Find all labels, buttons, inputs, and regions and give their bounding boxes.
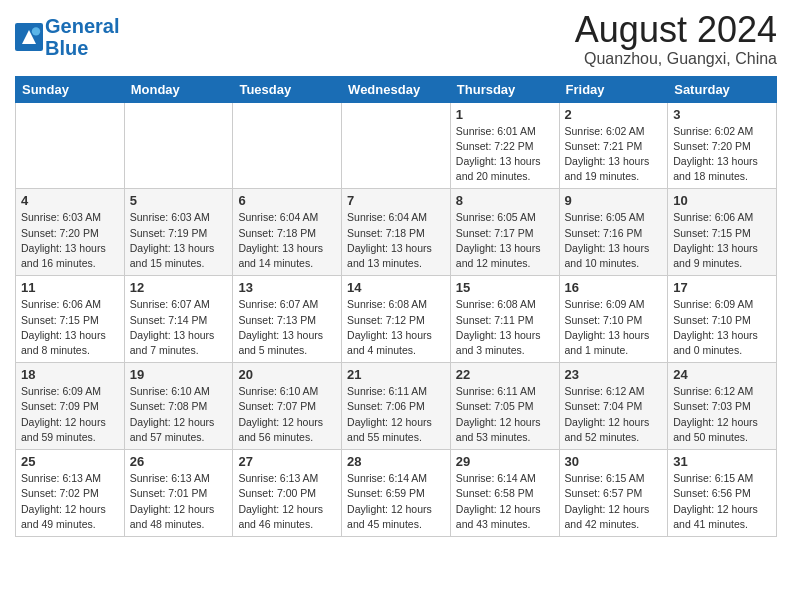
calendar-week-4: 18Sunrise: 6:09 AM Sunset: 7:09 PM Dayli… xyxy=(16,363,777,450)
calendar-cell: 27Sunrise: 6:13 AM Sunset: 7:00 PM Dayli… xyxy=(233,450,342,537)
calendar-cell xyxy=(16,102,125,189)
calendar-cell: 9Sunrise: 6:05 AM Sunset: 7:16 PM Daylig… xyxy=(559,189,668,276)
day-info: Sunrise: 6:08 AM Sunset: 7:11 PM Dayligh… xyxy=(456,297,554,358)
day-number: 28 xyxy=(347,454,445,469)
calendar-cell: 24Sunrise: 6:12 AM Sunset: 7:03 PM Dayli… xyxy=(668,363,777,450)
day-number: 2 xyxy=(565,107,663,122)
day-number: 26 xyxy=(130,454,228,469)
calendar-cell: 12Sunrise: 6:07 AM Sunset: 7:14 PM Dayli… xyxy=(124,276,233,363)
weekday-header-saturday: Saturday xyxy=(668,76,777,102)
day-info: Sunrise: 6:13 AM Sunset: 7:00 PM Dayligh… xyxy=(238,471,336,532)
day-info: Sunrise: 6:08 AM Sunset: 7:12 PM Dayligh… xyxy=(347,297,445,358)
day-number: 5 xyxy=(130,193,228,208)
calendar-cell: 19Sunrise: 6:10 AM Sunset: 7:08 PM Dayli… xyxy=(124,363,233,450)
weekday-header-tuesday: Tuesday xyxy=(233,76,342,102)
calendar-table: SundayMondayTuesdayWednesdayThursdayFrid… xyxy=(15,76,777,537)
day-info: Sunrise: 6:02 AM Sunset: 7:21 PM Dayligh… xyxy=(565,124,663,185)
location-subtitle: Quanzhou, Guangxi, China xyxy=(575,50,777,68)
day-number: 16 xyxy=(565,280,663,295)
weekday-header-wednesday: Wednesday xyxy=(342,76,451,102)
calendar-week-1: 1Sunrise: 6:01 AM Sunset: 7:22 PM Daylig… xyxy=(16,102,777,189)
day-number: 9 xyxy=(565,193,663,208)
calendar-cell: 3Sunrise: 6:02 AM Sunset: 7:20 PM Daylig… xyxy=(668,102,777,189)
day-number: 15 xyxy=(456,280,554,295)
day-info: Sunrise: 6:12 AM Sunset: 7:04 PM Dayligh… xyxy=(565,384,663,445)
day-info: Sunrise: 6:13 AM Sunset: 7:01 PM Dayligh… xyxy=(130,471,228,532)
calendar-cell: 18Sunrise: 6:09 AM Sunset: 7:09 PM Dayli… xyxy=(16,363,125,450)
calendar-cell: 21Sunrise: 6:11 AM Sunset: 7:06 PM Dayli… xyxy=(342,363,451,450)
day-info: Sunrise: 6:10 AM Sunset: 7:07 PM Dayligh… xyxy=(238,384,336,445)
page-header: General Blue August 2024 Quanzhou, Guang… xyxy=(15,10,777,68)
title-area: August 2024 Quanzhou, Guangxi, China xyxy=(575,10,777,68)
weekday-header-thursday: Thursday xyxy=(450,76,559,102)
calendar-week-5: 25Sunrise: 6:13 AM Sunset: 7:02 PM Dayli… xyxy=(16,450,777,537)
day-number: 14 xyxy=(347,280,445,295)
calendar-cell xyxy=(124,102,233,189)
svg-point-2 xyxy=(32,27,40,35)
calendar-cell: 23Sunrise: 6:12 AM Sunset: 7:04 PM Dayli… xyxy=(559,363,668,450)
logo-line2: Blue xyxy=(45,37,88,59)
day-info: Sunrise: 6:14 AM Sunset: 6:58 PM Dayligh… xyxy=(456,471,554,532)
day-number: 1 xyxy=(456,107,554,122)
day-number: 4 xyxy=(21,193,119,208)
day-number: 7 xyxy=(347,193,445,208)
day-number: 13 xyxy=(238,280,336,295)
day-info: Sunrise: 6:11 AM Sunset: 7:05 PM Dayligh… xyxy=(456,384,554,445)
weekday-header-friday: Friday xyxy=(559,76,668,102)
calendar-cell: 29Sunrise: 6:14 AM Sunset: 6:58 PM Dayli… xyxy=(450,450,559,537)
day-number: 19 xyxy=(130,367,228,382)
calendar-cell: 6Sunrise: 6:04 AM Sunset: 7:18 PM Daylig… xyxy=(233,189,342,276)
day-info: Sunrise: 6:03 AM Sunset: 7:20 PM Dayligh… xyxy=(21,210,119,271)
day-number: 31 xyxy=(673,454,771,469)
day-info: Sunrise: 6:14 AM Sunset: 6:59 PM Dayligh… xyxy=(347,471,445,532)
day-number: 18 xyxy=(21,367,119,382)
calendar-cell: 10Sunrise: 6:06 AM Sunset: 7:15 PM Dayli… xyxy=(668,189,777,276)
day-number: 11 xyxy=(21,280,119,295)
day-info: Sunrise: 6:01 AM Sunset: 7:22 PM Dayligh… xyxy=(456,124,554,185)
weekday-header-sunday: Sunday xyxy=(16,76,125,102)
day-info: Sunrise: 6:04 AM Sunset: 7:18 PM Dayligh… xyxy=(238,210,336,271)
day-info: Sunrise: 6:15 AM Sunset: 6:57 PM Dayligh… xyxy=(565,471,663,532)
calendar-cell: 4Sunrise: 6:03 AM Sunset: 7:20 PM Daylig… xyxy=(16,189,125,276)
day-number: 21 xyxy=(347,367,445,382)
day-info: Sunrise: 6:12 AM Sunset: 7:03 PM Dayligh… xyxy=(673,384,771,445)
day-number: 23 xyxy=(565,367,663,382)
day-number: 20 xyxy=(238,367,336,382)
logo-text: General Blue xyxy=(45,15,119,59)
day-info: Sunrise: 6:03 AM Sunset: 7:19 PM Dayligh… xyxy=(130,210,228,271)
calendar-week-3: 11Sunrise: 6:06 AM Sunset: 7:15 PM Dayli… xyxy=(16,276,777,363)
month-title: August 2024 xyxy=(575,10,777,50)
calendar-cell: 22Sunrise: 6:11 AM Sunset: 7:05 PM Dayli… xyxy=(450,363,559,450)
weekday-header-row: SundayMondayTuesdayWednesdayThursdayFrid… xyxy=(16,76,777,102)
day-info: Sunrise: 6:09 AM Sunset: 7:09 PM Dayligh… xyxy=(21,384,119,445)
calendar-cell xyxy=(233,102,342,189)
calendar-cell: 16Sunrise: 6:09 AM Sunset: 7:10 PM Dayli… xyxy=(559,276,668,363)
calendar-cell: 26Sunrise: 6:13 AM Sunset: 7:01 PM Dayli… xyxy=(124,450,233,537)
logo: General Blue xyxy=(15,15,119,59)
day-info: Sunrise: 6:05 AM Sunset: 7:17 PM Dayligh… xyxy=(456,210,554,271)
day-number: 8 xyxy=(456,193,554,208)
day-number: 30 xyxy=(565,454,663,469)
day-info: Sunrise: 6:02 AM Sunset: 7:20 PM Dayligh… xyxy=(673,124,771,185)
day-number: 25 xyxy=(21,454,119,469)
day-number: 29 xyxy=(456,454,554,469)
calendar-cell: 14Sunrise: 6:08 AM Sunset: 7:12 PM Dayli… xyxy=(342,276,451,363)
calendar-cell: 20Sunrise: 6:10 AM Sunset: 7:07 PM Dayli… xyxy=(233,363,342,450)
calendar-cell: 11Sunrise: 6:06 AM Sunset: 7:15 PM Dayli… xyxy=(16,276,125,363)
calendar-cell: 2Sunrise: 6:02 AM Sunset: 7:21 PM Daylig… xyxy=(559,102,668,189)
day-info: Sunrise: 6:04 AM Sunset: 7:18 PM Dayligh… xyxy=(347,210,445,271)
day-number: 17 xyxy=(673,280,771,295)
calendar-cell: 28Sunrise: 6:14 AM Sunset: 6:59 PM Dayli… xyxy=(342,450,451,537)
calendar-cell: 8Sunrise: 6:05 AM Sunset: 7:17 PM Daylig… xyxy=(450,189,559,276)
day-number: 22 xyxy=(456,367,554,382)
day-number: 6 xyxy=(238,193,336,208)
calendar-cell: 31Sunrise: 6:15 AM Sunset: 6:56 PM Dayli… xyxy=(668,450,777,537)
day-info: Sunrise: 6:15 AM Sunset: 6:56 PM Dayligh… xyxy=(673,471,771,532)
weekday-header-monday: Monday xyxy=(124,76,233,102)
calendar-cell: 15Sunrise: 6:08 AM Sunset: 7:11 PM Dayli… xyxy=(450,276,559,363)
day-info: Sunrise: 6:10 AM Sunset: 7:08 PM Dayligh… xyxy=(130,384,228,445)
calendar-cell: 25Sunrise: 6:13 AM Sunset: 7:02 PM Dayli… xyxy=(16,450,125,537)
day-number: 3 xyxy=(673,107,771,122)
day-info: Sunrise: 6:13 AM Sunset: 7:02 PM Dayligh… xyxy=(21,471,119,532)
calendar-cell xyxy=(342,102,451,189)
